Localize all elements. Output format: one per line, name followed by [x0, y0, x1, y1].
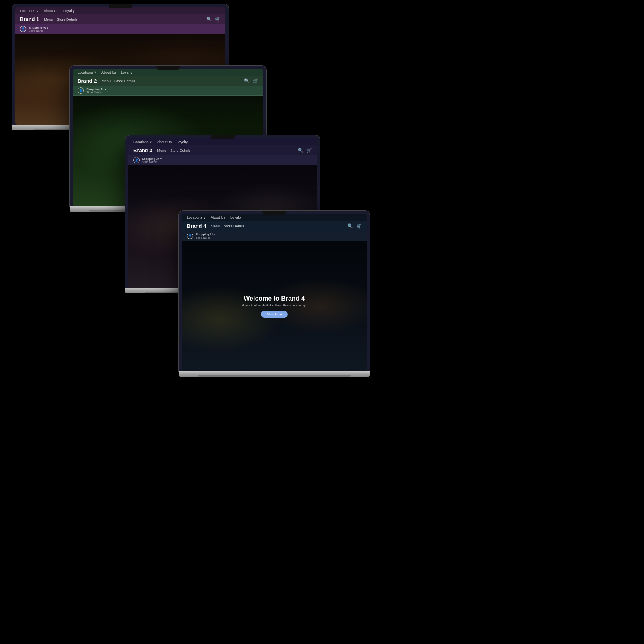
- loyalty-link-brand1[interactable]: Loyalty: [63, 9, 75, 13]
- about-link-brand1[interactable]: About Us: [44, 9, 58, 13]
- hero-subtitle-brand4: A premium brand with locations all over …: [242, 304, 306, 306]
- nav-icons-brand2: 🔍 🛒: [244, 78, 258, 83]
- store-details-link-brand1[interactable]: Store Details: [57, 17, 78, 21]
- top-nav-brand4: Locations ∨ About Us Loyalty: [182, 214, 367, 221]
- main-nav-brand3: Brand 3 Menu Store Details 🔍 🛒: [128, 145, 317, 155]
- store-info-brand2: Shopping At ∨ Store Name: [86, 87, 107, 94]
- brand-logo-brand1: Brand 1: [20, 16, 39, 22]
- menu-link-brand1[interactable]: Menu: [44, 17, 53, 21]
- locations-link-brand1[interactable]: Locations ∨: [20, 9, 39, 13]
- nav-icons-brand1: 🔍 🛒: [206, 17, 221, 22]
- laptop-notch: [211, 135, 235, 139]
- store-info-brand1: Shopping At ∨ Store Name: [29, 26, 49, 32]
- search-icon-brand3[interactable]: 🔍: [298, 148, 303, 153]
- cart-icon-brand2[interactable]: 🛒: [253, 78, 258, 83]
- loyalty-link-brand4[interactable]: Loyalty: [230, 215, 242, 219]
- store-details-link-brand2[interactable]: Store Details: [114, 79, 135, 83]
- brand-logo-brand2: Brand 2: [78, 78, 97, 84]
- about-link-brand3[interactable]: About Us: [157, 140, 172, 144]
- store-bar-brand3: 👤 Shopping At ∨ Store Name: [128, 155, 317, 165]
- store-bar-brand1: 👤 Shopping At ∨ Store Name: [15, 24, 225, 34]
- top-nav-brand2: Locations ∨ About Us Loyalty: [73, 69, 263, 76]
- main-nav-brand1: Brand 1 Menu Store Details 🔍 🛒: [15, 14, 225, 24]
- search-icon-brand2[interactable]: 🔍: [244, 78, 250, 83]
- laptop-brand4: Locations ∨ About Us Loyalty Brand 4 Men…: [179, 211, 370, 377]
- store-info-brand3: Shopping At ∨ Store Name: [142, 157, 162, 163]
- hero-section-brand4: Welcome to Brand 4 A premium brand with …: [182, 241, 367, 371]
- store-label-brand4[interactable]: Shopping At ∨: [196, 233, 216, 236]
- laptop-notch: [109, 4, 132, 8]
- nav-icons-brand4: 🔍 🛒: [347, 223, 362, 229]
- hero-title-brand4: Welcome to Brand 4: [242, 295, 306, 302]
- laptop-notch: [262, 211, 286, 215]
- store-label-brand1[interactable]: Shopping At ∨: [29, 26, 49, 29]
- main-nav-links-brand2: Menu Store Details: [101, 79, 239, 83]
- store-name-brand4: Store Name: [196, 236, 216, 239]
- main-nav-links-brand1: Menu Store Details: [44, 17, 202, 21]
- store-details-link-brand3[interactable]: Store Details: [170, 149, 191, 153]
- brand-logo-brand3: Brand 3: [133, 147, 152, 153]
- store-avatar-brand2: 👤: [78, 87, 84, 94]
- store-avatar-brand1: 👤: [20, 26, 26, 32]
- store-avatar-brand4: 👤: [187, 233, 193, 239]
- laptop-base-brand4: [179, 371, 370, 377]
- store-info-brand4: Shopping At ∨ Store Name: [196, 233, 216, 239]
- brand-ui-brand4: Locations ∨ About Us Loyalty Brand 4 Men…: [182, 214, 367, 371]
- store-details-link-brand4[interactable]: Store Details: [224, 224, 244, 228]
- loyalty-link-brand3[interactable]: Loyalty: [177, 140, 188, 144]
- about-link-brand4[interactable]: About Us: [211, 215, 225, 219]
- store-label-brand2[interactable]: Shopping At ∨: [86, 87, 107, 91]
- laptop-notch: [156, 66, 180, 70]
- main-nav-links-brand3: Menu Store Details: [157, 149, 293, 153]
- about-link-brand2[interactable]: About Us: [101, 70, 116, 74]
- cart-icon-brand4[interactable]: 🛒: [356, 223, 362, 229]
- shop-now-btn-brand4[interactable]: Shop Now: [261, 311, 287, 318]
- store-name-brand2: Store Name: [86, 91, 107, 94]
- top-nav-brand1: Locations ∨ About Us Loyalty: [15, 7, 225, 14]
- locations-link-brand2[interactable]: Locations ∨: [78, 70, 97, 74]
- menu-link-brand2[interactable]: Menu: [101, 79, 111, 83]
- search-icon-brand1[interactable]: 🔍: [206, 17, 212, 22]
- store-name-brand1: Store Name: [29, 29, 49, 32]
- main-nav-brand4: Brand 4 Menu Store Details 🔍 🛒: [182, 221, 367, 231]
- nav-icons-brand3: 🔍 🛒: [298, 148, 312, 153]
- cart-icon-brand3[interactable]: 🛒: [306, 148, 312, 153]
- cart-icon-brand1[interactable]: 🛒: [215, 17, 221, 22]
- store-label-brand3[interactable]: Shopping At ∨: [142, 157, 162, 161]
- main-nav-brand2: Brand 2 Menu Store Details 🔍 🛒: [73, 76, 263, 86]
- main-nav-links-brand4: Menu Store Details: [211, 224, 343, 228]
- store-avatar-brand3: 👤: [133, 157, 140, 163]
- store-bar-brand2: 👤 Shopping At ∨ Store Name: [73, 86, 263, 96]
- top-nav-brand3: Locations ∨ About Us Loyalty: [128, 138, 317, 145]
- menu-link-brand4[interactable]: Menu: [211, 224, 220, 228]
- search-icon-brand4[interactable]: 🔍: [347, 223, 353, 229]
- store-name-brand3: Store Name: [142, 161, 162, 163]
- locations-link-brand3[interactable]: Locations ∨: [133, 140, 152, 144]
- loyalty-link-brand2[interactable]: Loyalty: [121, 70, 132, 74]
- locations-link-brand4[interactable]: Locations ∨: [187, 215, 206, 219]
- store-bar-brand4: 👤 Shopping At ∨ Store Name: [182, 231, 367, 241]
- menu-link-brand3[interactable]: Menu: [157, 149, 166, 153]
- screen-brand4: Locations ∨ About Us Loyalty Brand 4 Men…: [182, 214, 367, 371]
- laptop-frame-brand4: Locations ∨ About Us Loyalty Brand 4 Men…: [179, 211, 370, 377]
- brand-logo-brand4: Brand 4: [187, 223, 206, 229]
- hero-content-brand4: Welcome to Brand 4 A premium brand with …: [242, 295, 306, 318]
